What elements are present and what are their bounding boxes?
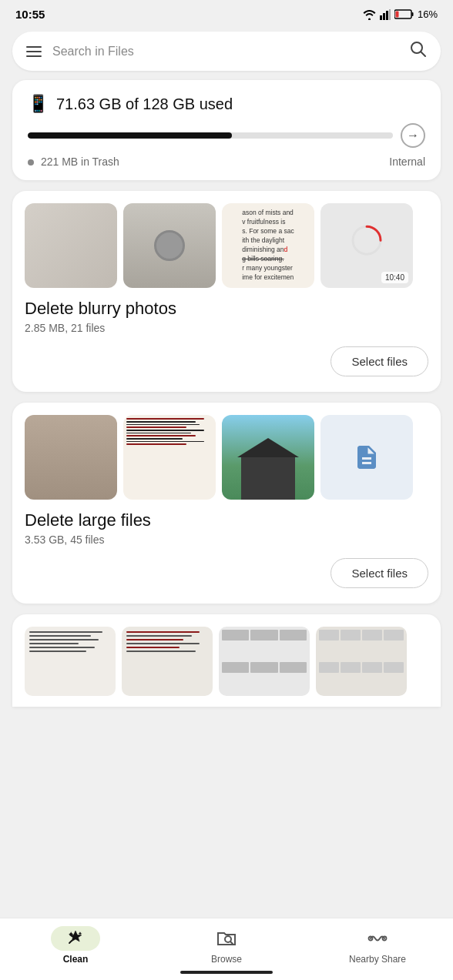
svg-line-8	[421, 52, 425, 56]
storage-progress-row: →	[28, 123, 425, 148]
status-icons: 16%	[363, 8, 438, 20]
thumb-large-3	[222, 415, 314, 500]
progress-bar-bg	[28, 132, 393, 139]
nearby-icon-bg	[353, 926, 402, 951]
large-thumbnails	[25, 415, 428, 500]
large-title: Delete large files	[25, 510, 428, 530]
nav-nearby[interactable]: Nearby Share	[347, 926, 408, 965]
thumb-large-4	[320, 415, 413, 500]
search-placeholder: Search in Files	[52, 45, 399, 59]
blurry-subtitle: 2.85 MB, 21 files	[25, 322, 428, 334]
battery-icon	[394, 9, 414, 19]
nearby-share-icon	[367, 929, 388, 948]
partial-card	[12, 614, 441, 707]
svg-text:✦: ✦	[68, 930, 74, 938]
blurry-thumbnails: ason of mists and v fruitfulness is s. F…	[25, 203, 428, 288]
status-bar: 10:55 16%	[0, 0, 453, 25]
signal-icon	[380, 9, 391, 20]
blurry-select-files-button[interactable]: Select files	[331, 346, 428, 376]
browse-icon-bg	[202, 926, 251, 951]
storage-arrow-button[interactable]: →	[401, 123, 425, 148]
wifi-icon	[363, 9, 376, 20]
svg-rect-3	[389, 9, 391, 20]
svg-rect-0	[380, 15, 382, 20]
partial-thumb-2	[122, 627, 213, 696]
nearby-label: Nearby Share	[349, 954, 406, 965]
storage-location: Internal	[389, 156, 425, 168]
device-icon: 📱	[28, 94, 49, 114]
storage-card: 📱 71.63 GB of 128 GB used → 221 MB in Tr…	[12, 80, 441, 180]
storage-title: 📱 71.63 GB of 128 GB used	[28, 94, 425, 114]
svg-rect-1	[383, 13, 385, 20]
video-duration: 10:40	[381, 272, 408, 283]
clean-label: Clean	[63, 954, 89, 965]
trash-info: 221 MB in Trash	[28, 156, 119, 168]
thumb-blurry-4: 10:40	[320, 203, 413, 288]
status-time: 10:55	[15, 8, 45, 21]
svg-line-13	[230, 942, 233, 944]
browse-icon	[216, 929, 237, 948]
nav-clean[interactable]: ✦ ✦ Clean	[45, 926, 106, 965]
partial-thumb-1	[25, 627, 116, 696]
thumb-large-2	[123, 415, 216, 500]
thumb-blurry-1	[25, 203, 117, 288]
large-files-card: Delete large files 3.53 GB, 45 files Sel…	[12, 403, 441, 604]
menu-button[interactable]	[26, 46, 42, 57]
search-icon[interactable]	[410, 41, 427, 62]
svg-rect-6	[395, 12, 398, 18]
progress-bar-fill	[28, 132, 232, 139]
large-select-files-button[interactable]: Select files	[331, 558, 428, 588]
partial-thumb-3	[219, 627, 310, 696]
thumb-blurry-2	[123, 203, 216, 288]
battery-percent: 16%	[418, 8, 438, 20]
blurry-title: Delete blurry photos	[25, 299, 428, 319]
svg-rect-2	[386, 11, 388, 20]
clean-icon: ✦ ✦	[66, 929, 85, 948]
search-bar[interactable]: Search in Files	[12, 32, 441, 71]
trash-label: 221 MB in Trash	[41, 156, 119, 168]
large-subtitle: 3.53 GB, 45 files	[25, 533, 428, 546]
thumb-large-1	[25, 415, 117, 500]
blurry-photos-card: ason of mists and v fruitfulness is s. F…	[12, 191, 441, 392]
svg-text:✦: ✦	[78, 931, 82, 936]
storage-meta: 221 MB in Trash Internal	[28, 156, 425, 168]
svg-rect-5	[411, 12, 413, 16]
clean-icon-bg: ✦ ✦	[51, 926, 100, 951]
home-indicator	[180, 971, 273, 974]
partial-thumb-4	[316, 627, 407, 696]
thumb-blurry-3: ason of mists and v fruitfulness is s. F…	[222, 203, 314, 288]
bottom-nav: ✦ ✦ Clean Browse Nearby Shar	[0, 918, 453, 980]
browse-label: Browse	[211, 954, 242, 965]
trash-dot	[28, 159, 34, 166]
partial-thumbnails	[25, 627, 428, 696]
timer-ring	[350, 223, 384, 260]
nav-browse[interactable]: Browse	[196, 926, 257, 965]
